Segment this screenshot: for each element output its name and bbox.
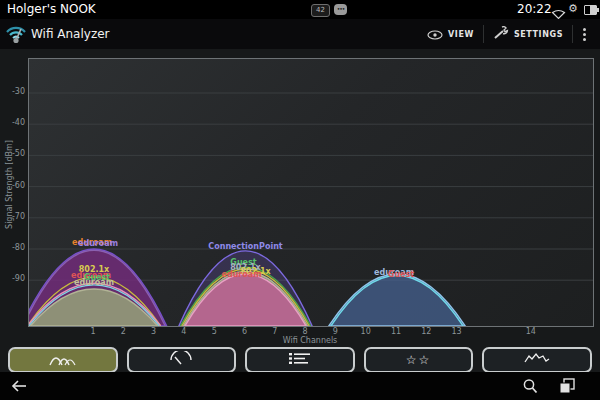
ap-list-icon — [288, 351, 312, 370]
battery-icon — [584, 5, 597, 15]
sync-gear-icon: ⚙ — [568, 2, 578, 15]
action-bar: Wifi Analyzer VIEW — [0, 19, 600, 50]
channel-graph-plot: eduroameduroam802.1xeduroamGuesteduroamC… — [28, 58, 594, 327]
back-button[interactable] — [10, 378, 28, 398]
y-tick-label: -30 — [0, 87, 25, 96]
x-tick-label: 13 — [447, 327, 467, 336]
view-label: VIEW — [448, 30, 474, 39]
status-clock: 20:22 — [517, 2, 552, 16]
y-tick-label: -40 — [0, 118, 25, 127]
y-tick-label: -90 — [0, 274, 25, 283]
x-tick-label: 12 — [416, 327, 436, 336]
x-tick-label: 9 — [325, 327, 345, 336]
x-tick-label: 5 — [204, 327, 224, 336]
device-name: Holger's NOOK — [7, 2, 96, 16]
overflow-menu-icon[interactable] — [573, 28, 596, 41]
channel-graph-button[interactable] — [8, 347, 118, 373]
channel-rating-button[interactable]: ☆☆ — [364, 347, 474, 373]
network-curve — [329, 274, 465, 326]
network-curves-canvas — [29, 59, 593, 326]
ap-list-button[interactable] — [245, 347, 355, 373]
x-tick-label: 1 — [83, 327, 103, 336]
y-tick-label: -60 — [0, 181, 25, 190]
eye-icon — [427, 25, 443, 44]
search-icon[interactable] — [522, 378, 538, 398]
x-tick-label: 6 — [235, 327, 255, 336]
x-tick-label: 10 — [356, 327, 376, 336]
y-tick-label: -70 — [0, 212, 25, 221]
x-tick-label: 3 — [144, 327, 164, 336]
signal-meter-button[interactable] — [127, 347, 237, 373]
system-nav-bar — [0, 372, 600, 400]
chat-notification-icon: ••• — [334, 4, 347, 15]
view-button[interactable]: VIEW — [418, 19, 483, 49]
wifi-analyzer-app: Holger's NOOK 42 ••• 20:22 ⚙ Wifi Analyz… — [0, 0, 600, 400]
time-graph-icon — [523, 351, 551, 370]
time-graph-button[interactable] — [482, 347, 592, 373]
y-tick-label: -50 — [0, 149, 25, 158]
app-title: Wifi Analyzer — [31, 27, 110, 41]
channel-graph-icon — [48, 351, 78, 370]
x-tick-label: 8 — [295, 327, 315, 336]
x-tick-label: 2 — [113, 327, 133, 336]
y-tick-label: -80 — [0, 243, 25, 252]
x-tick-label: 7 — [265, 327, 285, 336]
recent-windows-icon[interactable] — [558, 377, 576, 399]
channel-graph-region: Signal Strength [dBm] eduroameduroam802.… — [0, 49, 600, 345]
action-bar-actions: VIEW SETTINGS — [418, 19, 596, 49]
notification-badge-icon: 42 — [311, 4, 330, 17]
wrench-icon — [493, 25, 509, 44]
settings-label: SETTINGS — [514, 30, 563, 39]
signal-meter-icon — [168, 351, 194, 370]
stars-icon: ☆☆ — [406, 354, 432, 366]
x-tick-label: 4 — [174, 327, 194, 336]
x-tick-label: 11 — [386, 327, 406, 336]
status-bar: Holger's NOOK 42 ••• 20:22 ⚙ — [0, 0, 600, 19]
settings-button[interactable]: SETTINGS — [484, 19, 572, 49]
x-tick-label: 14 — [521, 327, 541, 336]
wifi-analyzer-app-icon — [5, 23, 27, 49]
